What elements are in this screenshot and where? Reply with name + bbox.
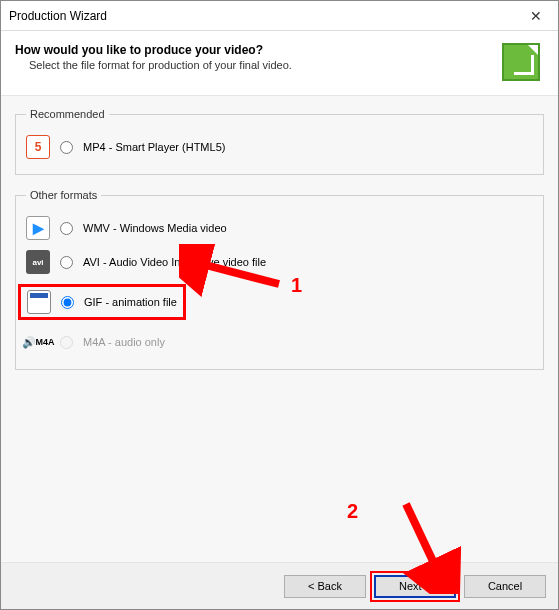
group-recommended-legend: Recommended [26, 108, 109, 120]
annotation-label-1: 1 [291, 274, 302, 297]
wizard-header: How would you like to produce your video… [1, 31, 558, 95]
wmv-icon: ▶ [26, 216, 50, 240]
window-title: Production Wizard [9, 9, 107, 23]
titlebar: Production Wizard ✕ [1, 1, 558, 31]
annotation-label-2: 2 [347, 500, 358, 523]
html5-icon: 5 [26, 135, 50, 159]
m4a-icon: 🔊 M4A [26, 330, 50, 354]
wizard-body: Recommended 5 MP4 - Smart Player (HTML5)… [1, 95, 558, 563]
gif-icon [27, 290, 51, 314]
option-avi[interactable]: avi AVI - Audio Video Interleave video f… [26, 245, 533, 279]
group-recommended: Recommended 5 MP4 - Smart Player (HTML5) [15, 108, 544, 175]
radio-m4a [60, 336, 73, 349]
radio-gif[interactable] [61, 296, 74, 309]
label-avi: AVI - Audio Video Interleave video file [83, 256, 266, 268]
label-gif: GIF - animation file [84, 296, 177, 308]
group-other-legend: Other formats [26, 189, 101, 201]
group-other: Other formats ▶ WMV - Windows Media vide… [15, 189, 544, 370]
label-mp4: MP4 - Smart Player (HTML5) [83, 141, 225, 153]
wizard-window: Production Wizard ✕ How would you like t… [0, 0, 559, 610]
radio-avi[interactable] [60, 256, 73, 269]
header-title: How would you like to produce your video… [15, 43, 292, 57]
option-m4a: 🔊 M4A M4A - audio only [26, 325, 533, 359]
radio-wmv[interactable] [60, 222, 73, 235]
camtasia-logo-icon [502, 43, 540, 81]
gif-highlight-box: GIF - animation file [18, 284, 186, 320]
option-mp4[interactable]: 5 MP4 - Smart Player (HTML5) [26, 130, 533, 164]
radio-mp4[interactable] [60, 141, 73, 154]
speaker-icon: 🔊 [22, 337, 36, 348]
close-button[interactable]: ✕ [514, 1, 558, 30]
header-text: How would you like to produce your video… [15, 41, 292, 71]
avi-icon: avi [26, 250, 50, 274]
wizard-footer: < Back Next > Cancel [1, 563, 558, 609]
close-icon: ✕ [530, 8, 542, 24]
back-button[interactable]: < Back [284, 575, 366, 598]
cancel-button[interactable]: Cancel [464, 575, 546, 598]
m4a-icon-text: M4A [36, 338, 55, 347]
header-subtitle: Select the file format for production of… [15, 59, 292, 71]
option-gif[interactable]: GIF - animation file [26, 279, 533, 325]
next-button[interactable]: Next > [374, 575, 456, 598]
label-wmv: WMV - Windows Media video [83, 222, 227, 234]
option-wmv[interactable]: ▶ WMV - Windows Media video [26, 211, 533, 245]
label-m4a: M4A - audio only [83, 336, 165, 348]
